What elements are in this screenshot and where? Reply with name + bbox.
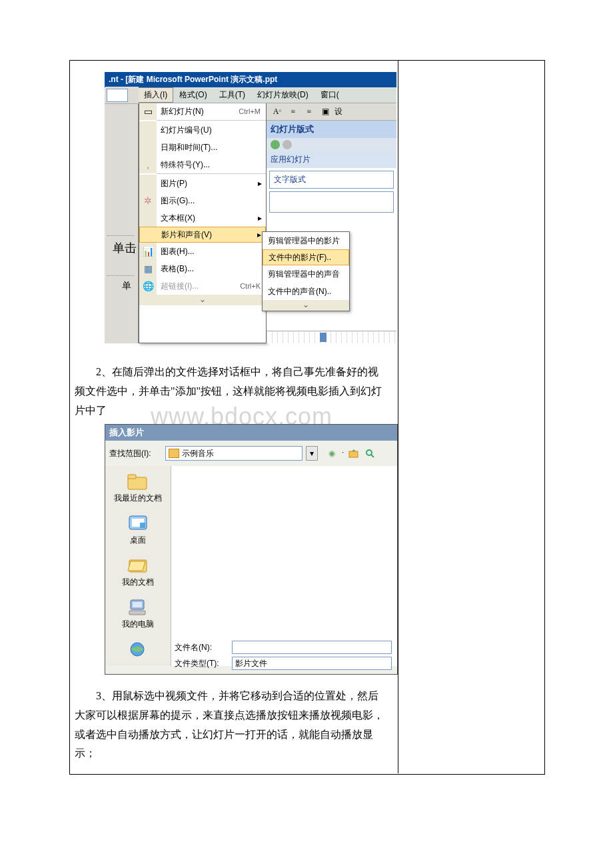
mydocs-icon — [126, 555, 150, 575]
indent-dec-icon[interactable]: ≡ — [287, 106, 300, 118]
menuitem-hyperlink[interactable]: 🌐 超链接(I)... Ctrl+K — [139, 277, 266, 295]
ruler — [267, 331, 396, 343]
submenu-clip-movie[interactable]: 剪辑管理器中的影片 — [263, 232, 349, 249]
place-desktop[interactable]: 桌面 — [126, 513, 150, 546]
menu-expand-icon[interactable]: ⌄ — [139, 295, 266, 305]
folder-icon — [169, 449, 179, 458]
svg-point-1 — [366, 450, 372, 455]
font-grow-icon[interactable]: A^ — [271, 106, 284, 118]
column-divider — [398, 60, 399, 773]
svg-rect-3 — [128, 477, 147, 489]
movie-sound-submenu: 剪辑管理器中的影片 文件中的影片(F).. 剪辑管理器中的声音 文件中的声音(N… — [262, 231, 350, 311]
submenu-arrow-icon: ▸ — [258, 179, 266, 188]
lookup-folder-name: 示例音乐 — [182, 448, 214, 459]
place-recent[interactable]: 我最近的文档 — [114, 471, 162, 504]
back-icon[interactable]: ◉ — [326, 447, 338, 459]
file-list[interactable] — [171, 466, 397, 666]
menuitem-symbol[interactable]: , 特殊符号(Y)... — [139, 156, 266, 173]
lookup-label: 查找范围(I): — [109, 448, 161, 459]
place-mydocs[interactable]: 我的文档 — [122, 555, 154, 588]
toolbar-dropdown[interactable] — [107, 89, 128, 102]
screenshot-insert-movie-dialog: 插入影片 查找范围(I): 示例音乐 ▾ ◉ · — [105, 424, 398, 675]
strip-text-1: 单击 — [113, 240, 137, 256]
menubar: 图(V) 插入(I) 格式(O) 工具(T) 幻灯片放映(D) 窗口( — [105, 87, 396, 103]
menu-slideshow[interactable]: 幻灯片放映(D) — [251, 87, 314, 103]
lookup-dropdown-button[interactable]: ▾ — [306, 446, 318, 461]
layout-thumb[interactable] — [269, 191, 394, 213]
search-icon[interactable] — [364, 447, 376, 459]
submenu-file-movie[interactable]: 文件中的影片(F).. — [263, 249, 349, 265]
table-icon: ▦ — [144, 263, 153, 274]
menuitem-textbox[interactable]: 文本框(X) ▸ — [139, 209, 266, 227]
svg-rect-0 — [349, 451, 358, 457]
submenu-arrow-icon: ▸ — [258, 213, 266, 223]
place-computer[interactable]: 我的电脑 — [122, 597, 154, 630]
insert-dropdown: ▭ 新幻灯片(N) Ctrl+M 幻灯片编号(U) 日期和时间(T)... , … — [139, 102, 267, 343]
recent-folder-icon — [126, 471, 150, 491]
new-slide-icon: ▭ — [144, 106, 153, 117]
taskpane-nav — [267, 138, 396, 151]
format-toolbar: A^ ≡ ≡ ▣ 设 — [267, 103, 396, 121]
taskpane-title: 幻灯片版式 — [267, 121, 396, 138]
sep: · — [342, 447, 344, 459]
lookup-combo[interactable]: 示例音乐 — [165, 446, 303, 461]
menuitem-date-time[interactable]: 日期和时间(T)... — [139, 139, 266, 156]
slide-panel-strip: 单击 单 — [105, 103, 139, 343]
strip-text-2: 单 — [122, 280, 131, 292]
taskpane-apply-label: 应用幻灯片 — [267, 151, 396, 168]
design-icon[interactable]: ▣ — [318, 106, 332, 118]
dialog-title: 插入影片 — [105, 425, 397, 441]
symbol-icon: , — [147, 159, 149, 170]
menuitem-chart[interactable]: 📊 图表(H)... — [139, 243, 266, 260]
hyperlink-icon: 🌐 — [143, 281, 154, 291]
filetype-label: 文件类型(T): — [175, 658, 228, 669]
svg-rect-10 — [133, 602, 142, 607]
indent-inc-icon[interactable]: ≡ — [303, 106, 316, 118]
layout-category[interactable]: 文字版式 — [269, 171, 394, 189]
ruler-marker[interactable] — [320, 333, 326, 342]
filename-input[interactable] — [232, 641, 392, 654]
desktop-icon — [126, 513, 150, 533]
toolbar-label: 设 — [334, 106, 342, 117]
menuitem-movie-sound[interactable]: 影片和声音(V) ▸ — [139, 227, 266, 243]
chart-icon: 📊 — [143, 246, 154, 257]
window-titlebar: .nt - [新建 Microsoft PowerPoint 演示文稿.ppt — [105, 72, 396, 87]
menuitem-new-slide[interactable]: ▭ 新幻灯片(N) Ctrl+M — [139, 103, 266, 120]
paragraph-step-3: 3、用鼠标选中视频文件，并将它移动到合适的位置处，然后大家可以根据屏幕的提示，来… — [75, 687, 386, 763]
menu-window[interactable]: 窗口( — [314, 87, 345, 103]
menu-format[interactable]: 格式(O) — [173, 87, 213, 103]
up-level-icon[interactable] — [348, 447, 360, 459]
menuitem-table[interactable]: ▦ 表格(B)... — [139, 260, 266, 277]
svg-line-2 — [371, 455, 374, 457]
page-container: www.bdocx.com .nt - [新建 Microsoft PowerP… — [0, 0, 613, 868]
network-icon — [126, 639, 150, 659]
taskpane-area: A^ ≡ ≡ ▣ 设 幻灯片版式 应用幻灯片 文字版式 剪辑管理器中的影片 文 — [267, 103, 396, 343]
nav-fwd-icon[interactable] — [283, 140, 292, 149]
places-bar: 我最近的文档 桌面 我的文档 — [105, 466, 171, 666]
filename-label: 文件名(N): — [175, 642, 228, 653]
submenu-expand-icon[interactable]: ⌄ — [263, 300, 349, 311]
filetype-combo[interactable]: 影片文件 — [232, 657, 392, 670]
menu-tools[interactable]: 工具(T) — [213, 87, 251, 103]
submenu-clip-sound[interactable]: 剪辑管理器中的声音 — [263, 265, 349, 283]
menuitem-diagram[interactable]: ✲ 图示(G)... — [139, 192, 266, 209]
menuitem-picture[interactable]: 图片(P) ▸ — [139, 175, 266, 192]
computer-icon — [126, 597, 150, 617]
svg-rect-11 — [129, 611, 145, 615]
svg-rect-7 — [140, 523, 145, 528]
diagram-icon: ✲ — [144, 195, 152, 206]
menu-insert[interactable]: 插入(I) — [138, 87, 173, 103]
paragraph-step-2: 2、在随后弹出的文件选择对话框中，将自己事先准备好的视频文件选中，并单击"添加"… — [75, 363, 386, 420]
submenu-file-sound[interactable]: 文件中的声音(N).. — [263, 283, 349, 300]
svg-rect-4 — [128, 475, 136, 479]
nav-back-icon[interactable] — [271, 140, 280, 149]
screenshot-powerpoint-menu: .nt - [新建 Microsoft PowerPoint 演示文稿.ppt … — [105, 72, 396, 345]
lookup-row: 查找范围(I): 示例音乐 ▾ ◉ · — [105, 441, 397, 466]
menuitem-slide-number[interactable]: 幻灯片编号(U) — [139, 121, 266, 139]
place-network[interactable] — [126, 639, 150, 661]
